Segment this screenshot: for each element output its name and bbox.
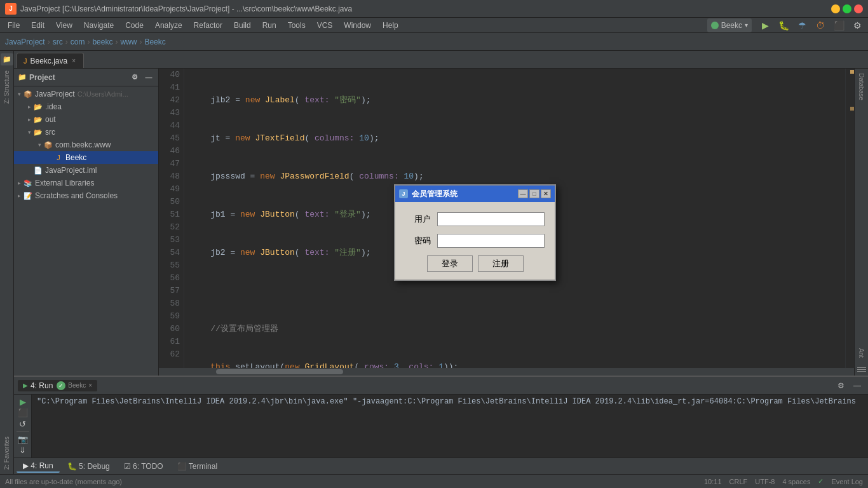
tab-run[interactable]: ▶ 4: Run bbox=[17, 460, 60, 473]
run-tab-label: 4: Run bbox=[31, 381, 53, 390]
tab-debug[interactable]: 🐛 5: Debug bbox=[61, 461, 116, 472]
debug-icon[interactable]: 🐛 bbox=[775, 17, 792, 34]
minimize-button[interactable] bbox=[831, 4, 840, 13]
menu-code[interactable]: Code bbox=[120, 20, 149, 31]
java-icon: J bbox=[53, 152, 64, 163]
nav-src[interactable]: src bbox=[53, 37, 63, 46]
nav-www[interactable]: www bbox=[120, 37, 137, 46]
coverage-icon[interactable]: ☂ bbox=[794, 17, 810, 34]
tree-label-beekc: Beekc bbox=[65, 153, 86, 162]
database-panel-icon[interactable]: Database bbox=[857, 71, 866, 102]
app-logo: J bbox=[5, 3, 17, 15]
menu-edit[interactable]: Edit bbox=[26, 20, 50, 31]
tree-item-src[interactable]: ▾ 📂 src bbox=[14, 126, 158, 139]
maximize-button[interactable] bbox=[843, 4, 851, 13]
run-config-dropdown[interactable]: Beekc ▾ bbox=[707, 18, 752, 32]
right-strip-menu-icon[interactable] bbox=[855, 366, 868, 373]
right-gutter bbox=[845, 69, 854, 368]
java-file-icon: J bbox=[24, 57, 27, 65]
menu-build[interactable]: Build bbox=[229, 20, 256, 31]
menu-vcs[interactable]: VCS bbox=[312, 20, 338, 31]
sidebar-project-icon[interactable]: 📁 bbox=[1, 53, 13, 65]
tree-item-out[interactable]: ▸ 📂 out bbox=[14, 113, 158, 126]
stop-icon[interactable]: ⬛ bbox=[831, 17, 847, 34]
login-button[interactable]: 登录 bbox=[427, 255, 473, 272]
bottom-hide-btn[interactable]: — bbox=[850, 379, 864, 393]
password-field-row: 密码 bbox=[405, 234, 545, 248]
menu-run[interactable]: Run bbox=[257, 20, 281, 31]
title-bar-title: JavaProject [C:\Users\Administrator\Idea… bbox=[20, 4, 352, 13]
tree-label-out: out bbox=[45, 115, 56, 124]
tree-item-ext-libs[interactable]: ▸ 📚 External Libraries bbox=[14, 177, 158, 189]
tab-beekc-java[interactable]: J Beekc.java × bbox=[17, 53, 84, 68]
tree-item-beekc[interactable]: J Beekc bbox=[14, 151, 158, 164]
tab-todo[interactable]: ☑ 6: TODO bbox=[118, 461, 170, 472]
nav-com[interactable]: com bbox=[71, 37, 85, 46]
status-position[interactable]: 10:11 bbox=[704, 478, 722, 485]
ant-panel-icon[interactable]: Ant bbox=[857, 346, 866, 360]
project-panel-settings[interactable]: ⚙ bbox=[129, 72, 140, 83]
run-btn[interactable]: ▶ bbox=[16, 397, 30, 407]
run-tab-run[interactable]: ▶ 4: Run ✓ Beekc × bbox=[18, 380, 97, 391]
status-event-log[interactable]: Event Log bbox=[831, 478, 863, 485]
h-scrollbar-thumb[interactable] bbox=[216, 369, 343, 374]
tab-bar: J Beekc.java × bbox=[14, 51, 868, 69]
status-right: 10:11 CRLF UTF-8 4 spaces ✓ Event Log bbox=[704, 477, 863, 485]
tree-item-scratches[interactable]: ▸ 📝 Scratches and Consoles bbox=[14, 189, 158, 202]
settings-main-icon[interactable]: ⚙ bbox=[849, 17, 865, 34]
sidebar-structure-icon[interactable]: Z: Structure bbox=[2, 69, 11, 105]
user-label: 用户 bbox=[405, 214, 431, 225]
menu-navigate[interactable]: Navigate bbox=[79, 20, 119, 31]
menu-help[interactable]: Help bbox=[377, 20, 403, 31]
menu-tools[interactable]: Tools bbox=[283, 20, 311, 31]
tab-terminal[interactable]: ⬛ Terminal bbox=[171, 461, 224, 472]
tree-path-javaproject: C:\Users\Admi... bbox=[78, 90, 128, 98]
popup-maximize-btn[interactable]: □ bbox=[529, 189, 539, 198]
popup-close-btn[interactable]: ✕ bbox=[541, 189, 551, 198]
wrap-btn[interactable]: ⇓ bbox=[16, 445, 30, 455]
tree-item-package[interactable]: ▾ 📦 com.beekc.www bbox=[14, 139, 158, 151]
password-label: 密码 bbox=[405, 235, 431, 247]
event-log-icon: ✓ bbox=[818, 477, 824, 485]
sidebar-favorites-icon[interactable]: 2: Favorites bbox=[2, 435, 11, 471]
horizontal-scrollbar[interactable] bbox=[159, 368, 854, 376]
menu-bar: File Edit View Navigate Code Analyze Ref… bbox=[0, 18, 868, 33]
popup-minimize-btn[interactable]: — bbox=[518, 189, 528, 198]
nav-beekc[interactable]: beekc bbox=[92, 37, 112, 46]
bottom-console[interactable]: "C:\Program Files\JetBrains\IntelliJ IDE… bbox=[32, 395, 868, 458]
nav-javaproject[interactable]: JavaProject bbox=[5, 37, 45, 46]
left-panel: 📁 Project ⚙ — ▾ 📦 JavaProject C:\Users\A… bbox=[14, 69, 159, 376]
profiler-icon[interactable]: ⏱ bbox=[812, 17, 829, 34]
code-line-40: jlb2 = new JLabel( text: "密码"); bbox=[191, 94, 845, 107]
status-indent[interactable]: 4 spaces bbox=[782, 478, 810, 485]
menu-analyze[interactable]: Analyze bbox=[150, 20, 187, 31]
menu-refactor[interactable]: Refactor bbox=[189, 20, 227, 31]
password-input[interactable] bbox=[437, 234, 545, 248]
menu-view[interactable]: View bbox=[51, 20, 78, 31]
popup-buttons: 登录 注册 bbox=[405, 255, 545, 272]
right-tool-strip: Database Ant bbox=[854, 69, 868, 376]
rerun-btn[interactable]: ↺ bbox=[16, 419, 30, 429]
nav-beekc-file[interactable]: Beekc bbox=[144, 37, 165, 46]
popup-dialog: J 会员管理系统 — □ ✕ 用户 密码 登录 注册 bbox=[394, 184, 556, 281]
run-config-arrow: ▾ bbox=[745, 22, 748, 29]
scroll-to-end-btn[interactable]: 📷 bbox=[16, 434, 30, 444]
tree-item-iml[interactable]: 📄 JavaProject.iml bbox=[14, 164, 158, 177]
tree-item-idea[interactable]: ▸ 📂 .idea bbox=[14, 100, 158, 113]
tab-close-button[interactable]: × bbox=[71, 57, 77, 65]
build-icon[interactable]: ▶ bbox=[757, 17, 773, 34]
bottom-left-toolbar: ▶ ⬛ ↺ 📷 ⇓ bbox=[14, 395, 32, 458]
close-button[interactable] bbox=[854, 4, 863, 13]
project-panel-hide[interactable]: — bbox=[143, 72, 154, 83]
run-tab-close[interactable]: × bbox=[88, 382, 92, 389]
stop-btn[interactable]: ⬛ bbox=[16, 408, 30, 417]
user-input[interactable] bbox=[437, 212, 545, 226]
register-button[interactable]: 注册 bbox=[478, 255, 524, 272]
menu-file[interactable]: File bbox=[3, 20, 25, 31]
tree-item-javaproject[interactable]: ▾ 📦 JavaProject C:\Users\Admi... bbox=[14, 88, 158, 100]
bottom-settings-btn[interactable]: ⚙ bbox=[834, 379, 848, 393]
status-linesep[interactable]: CRLF bbox=[729, 478, 748, 485]
menu-window[interactable]: Window bbox=[339, 20, 376, 31]
status-encoding[interactable]: UTF-8 bbox=[755, 478, 775, 485]
gutter-mark-2 bbox=[850, 107, 854, 111]
